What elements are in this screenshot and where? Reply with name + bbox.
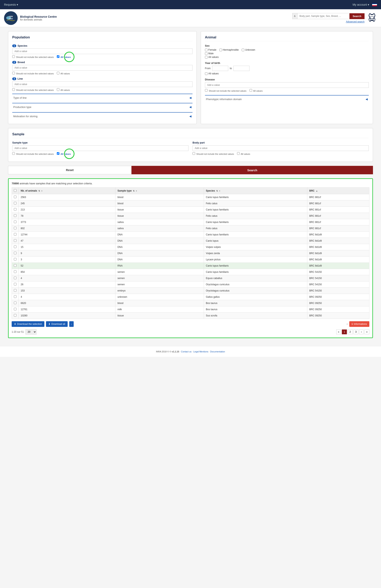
disease-allvalues-cb[interactable]: All values [249, 89, 263, 92]
search-button[interactable]: Search [349, 13, 364, 19]
download-selection-button[interactable]: ⬇ Download the selection [12, 321, 44, 327]
body-exclude-cb[interactable]: Should not include the selected values [192, 152, 234, 155]
row-checkbox[interactable] [14, 308, 17, 310]
informations-button[interactable]: ℹ Informations [349, 321, 369, 327]
unknown-cb[interactable]: Unknown [242, 48, 255, 51]
row-species: Felis catus [204, 213, 307, 219]
breed-allvalues-cb[interactable]: All values [57, 72, 70, 75]
row-checkbox[interactable] [14, 214, 17, 217]
disease-input[interactable] [205, 82, 369, 88]
row-checkbox-cell [12, 244, 19, 250]
search-input[interactable] [297, 13, 349, 19]
row-brc: BRC 881cf [307, 213, 369, 219]
row-checkbox[interactable] [14, 258, 17, 261]
download-all-button[interactable]: ⬇ Download all [46, 321, 68, 327]
row-checkbox[interactable] [14, 233, 17, 236]
collapsible-arrow-icon: ◀ [189, 105, 191, 108]
reset-button[interactable]: Reset [8, 166, 132, 174]
body-allvalues-cb[interactable]: All values [237, 152, 250, 155]
sex-allvalues-cb[interactable]: All values [205, 56, 369, 59]
female-cb[interactable]: Female [205, 48, 216, 51]
row-species: Bos taurus [204, 306, 307, 313]
row-checkbox-cell [12, 269, 19, 275]
table-row: 4 unknown Gallus gallus BRC 09250 [12, 294, 369, 300]
disease-exclude-cb[interactable]: Should not include the selected values [205, 89, 247, 92]
species-allvalues-cb[interactable]: All values [57, 55, 71, 58]
breed-exclude-cb[interactable]: Should not include the selected values [12, 72, 54, 75]
row-checkbox[interactable] [14, 302, 17, 304]
production-type-collapsible[interactable]: Production type ◀ [12, 103, 192, 111]
hermaphrodite-cb[interactable]: Hermaphrodite [219, 48, 239, 51]
species-input[interactable] [12, 48, 192, 54]
page-1-btn[interactable]: 1 [342, 330, 347, 334]
table-row: 245 blood Felis catus BRC 881cf [12, 200, 369, 207]
row-checkbox[interactable] [14, 245, 17, 248]
row-species: Gallus gallus [204, 294, 307, 300]
row-nb-animals: 3773 [19, 219, 115, 225]
line-input[interactable] [12, 82, 192, 87]
row-checkbox[interactable] [14, 314, 17, 317]
pagination-row: 1-20 sur 51 20 50 100 « 1 2 3 › » [12, 329, 369, 335]
phenotypic-collapsible[interactable]: Phenotypic information domain ◀ [205, 95, 369, 103]
advanced-search-link[interactable]: Advanced search [346, 20, 364, 23]
body-part-input[interactable] [192, 145, 369, 151]
row-checkbox[interactable] [14, 270, 17, 273]
contact-link[interactable]: Contact us [181, 350, 191, 353]
motivation-collapsible[interactable]: Motivation for storing ◀ [12, 112, 192, 120]
table-row: 9 DNA Vulpes zerda BRC 8d1d9 [12, 250, 369, 256]
row-checkbox[interactable] [14, 227, 17, 229]
year-from-input[interactable] [212, 66, 228, 71]
sort-indicator: ↕ [346, 323, 348, 325]
yob-allvalues-cb[interactable]: All values [205, 72, 369, 75]
col-species[interactable]: Species ⇅ ≡ [204, 188, 307, 194]
row-checkbox[interactable] [14, 239, 17, 242]
breed-input[interactable] [12, 65, 192, 71]
row-checkbox[interactable] [14, 208, 17, 211]
extra-button[interactable]: ↓ [69, 321, 74, 327]
row-brc: BRC 09250 [307, 300, 369, 306]
per-page-select[interactable]: 20 50 100 [25, 329, 37, 335]
line-allvalues-cb[interactable]: All values [57, 88, 70, 91]
documentation-link[interactable]: Documentation [210, 350, 225, 353]
sample-exclude-cb[interactable]: Should not include the selected values [12, 152, 54, 155]
table-row: 153 embryo Oryctolagus cuniculus BRC 541… [12, 288, 369, 294]
sort-icon: ⇅ [133, 190, 134, 192]
col-sample-type[interactable]: Sample type ⇅ ≡ [115, 188, 204, 194]
row-checkbox[interactable] [14, 295, 17, 298]
row-checkbox[interactable] [14, 202, 17, 205]
type-of-line-collapsible[interactable]: Type of line ◀ [12, 94, 192, 101]
species-exclude-cb[interactable]: Should not include the selected values [12, 55, 54, 58]
page-next-btn[interactable]: » [364, 330, 369, 334]
line-exclude-cb[interactable]: Should not include the selected values [12, 88, 54, 91]
legal-link[interactable]: Legal Mentions [193, 350, 208, 353]
page-3-btn[interactable]: 3 [354, 330, 359, 334]
page-2-btn[interactable]: 2 [348, 330, 353, 334]
col-brc[interactable]: BRC ▲ [307, 188, 369, 194]
row-species: Canis lupus familiaris [204, 207, 307, 213]
row-checkbox[interactable] [14, 252, 17, 254]
sample-allvalues-cb[interactable]: All values [57, 152, 71, 155]
select-all-checkbox[interactable] [14, 189, 17, 192]
row-checkbox[interactable] [14, 196, 17, 198]
page-ellipsis-btn[interactable]: › [359, 330, 363, 334]
row-sample-type: tissue [115, 313, 204, 319]
row-checkbox[interactable] [14, 277, 17, 279]
language-flag[interactable] [372, 3, 377, 6]
year-to-input[interactable] [233, 66, 249, 71]
row-nb-animals: 4 [19, 294, 115, 300]
row-species: Sus scrofa [204, 313, 307, 319]
table-row: 12744 DNA Canis lupus familiaris BRC 8d1… [12, 231, 369, 238]
row-checkbox[interactable] [14, 264, 17, 267]
row-sample-type: tissue [115, 213, 204, 219]
navbar: Requests ▾ My account ▾ [0, 0, 381, 9]
sample-type-input[interactable] [12, 145, 189, 151]
col-nb-animals[interactable]: Nb. of animals ⇅ ≡ [19, 188, 115, 194]
search-main-button[interactable]: Search [132, 166, 373, 174]
requests-menu[interactable]: Requests ▾ [4, 3, 18, 6]
row-checkbox[interactable] [14, 221, 17, 223]
male-cb[interactable]: Male [205, 52, 369, 55]
my-account-menu[interactable]: My account ▾ [352, 3, 369, 6]
page-prev-btn[interactable]: « [336, 330, 341, 334]
row-checkbox[interactable] [14, 283, 17, 285]
row-checkbox[interactable] [14, 289, 17, 292]
